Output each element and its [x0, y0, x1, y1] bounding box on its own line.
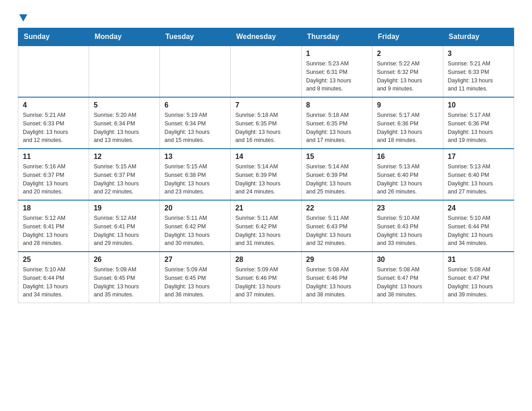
col-sunday: Sunday [18, 28, 89, 46]
calendar-cell: 6Sunrise: 5:19 AM Sunset: 6:34 PM Daylig… [160, 97, 231, 149]
day-info: Sunrise: 5:11 AM Sunset: 6:42 PM Dayligh… [235, 214, 296, 248]
calendar-cell: 7Sunrise: 5:18 AM Sunset: 6:35 PM Daylig… [231, 97, 301, 149]
day-number: 19 [94, 204, 155, 212]
calendar-cell: 22Sunrise: 5:11 AM Sunset: 6:43 PM Dayli… [301, 200, 372, 252]
day-info: Sunrise: 5:11 AM Sunset: 6:43 PM Dayligh… [306, 214, 368, 248]
day-info: Sunrise: 5:17 AM Sunset: 6:36 PM Dayligh… [448, 111, 509, 145]
day-number: 5 [94, 101, 155, 109]
day-info: Sunrise: 5:19 AM Sunset: 6:34 PM Dayligh… [164, 111, 226, 145]
day-info: Sunrise: 5:20 AM Sunset: 6:34 PM Dayligh… [94, 111, 155, 145]
day-number: 1 [306, 50, 368, 58]
day-number: 20 [164, 204, 226, 212]
day-number: 30 [377, 256, 438, 264]
day-number: 18 [23, 204, 84, 212]
day-number: 4 [23, 101, 84, 109]
day-info: Sunrise: 5:21 AM Sunset: 6:33 PM Dayligh… [448, 60, 509, 93]
calendar-week-row: 25Sunrise: 5:10 AM Sunset: 6:44 PM Dayli… [18, 252, 514, 303]
day-info: Sunrise: 5:21 AM Sunset: 6:33 PM Dayligh… [23, 111, 84, 145]
calendar-week-row: 4Sunrise: 5:21 AM Sunset: 6:33 PM Daylig… [18, 97, 514, 149]
day-info: Sunrise: 5:12 AM Sunset: 6:41 PM Dayligh… [23, 214, 84, 248]
calendar-cell [18, 46, 89, 97]
day-info: Sunrise: 5:12 AM Sunset: 6:41 PM Dayligh… [94, 214, 155, 248]
day-info: Sunrise: 5:15 AM Sunset: 6:38 PM Dayligh… [164, 163, 226, 196]
day-info: Sunrise: 5:08 AM Sunset: 6:46 PM Dayligh… [306, 265, 368, 299]
day-number: 10 [448, 101, 509, 109]
calendar-cell [160, 46, 231, 97]
day-info: Sunrise: 5:10 AM Sunset: 6:44 PM Dayligh… [448, 214, 509, 248]
day-number: 21 [235, 204, 296, 212]
day-info: Sunrise: 5:18 AM Sunset: 6:35 PM Dayligh… [306, 111, 368, 145]
calendar-cell: 18Sunrise: 5:12 AM Sunset: 6:41 PM Dayli… [18, 200, 89, 252]
calendar-cell: 23Sunrise: 5:10 AM Sunset: 6:43 PM Dayli… [372, 200, 443, 252]
day-number: 3 [448, 50, 509, 58]
col-saturday: Saturday [443, 28, 514, 46]
day-info: Sunrise: 5:11 AM Sunset: 6:42 PM Dayligh… [164, 214, 226, 248]
day-info: Sunrise: 5:13 AM Sunset: 6:40 PM Dayligh… [377, 163, 438, 196]
calendar-cell: 15Sunrise: 5:14 AM Sunset: 6:39 PM Dayli… [301, 149, 372, 200]
day-info: Sunrise: 5:14 AM Sunset: 6:39 PM Dayligh… [306, 163, 368, 196]
day-info: Sunrise: 5:09 AM Sunset: 6:45 PM Dayligh… [94, 265, 155, 299]
calendar-cell: 16Sunrise: 5:13 AM Sunset: 6:40 PM Dayli… [372, 149, 443, 200]
day-number: 29 [306, 256, 368, 264]
page-header [18, 13, 514, 19]
calendar-cell: 29Sunrise: 5:08 AM Sunset: 6:46 PM Dayli… [301, 252, 372, 303]
calendar-week-row: 11Sunrise: 5:16 AM Sunset: 6:37 PM Dayli… [18, 149, 514, 200]
calendar-cell: 27Sunrise: 5:09 AM Sunset: 6:45 PM Dayli… [160, 252, 231, 303]
day-number: 24 [448, 204, 509, 212]
day-info: Sunrise: 5:09 AM Sunset: 6:46 PM Dayligh… [235, 265, 296, 299]
calendar-cell: 24Sunrise: 5:10 AM Sunset: 6:44 PM Dayli… [443, 200, 514, 252]
day-info: Sunrise: 5:13 AM Sunset: 6:40 PM Dayligh… [448, 163, 509, 196]
calendar-cell: 2Sunrise: 5:22 AM Sunset: 6:32 PM Daylig… [372, 46, 443, 97]
day-number: 28 [235, 256, 296, 264]
day-number: 22 [306, 204, 368, 212]
day-number: 27 [164, 256, 226, 264]
day-number: 25 [23, 256, 84, 264]
calendar-cell: 5Sunrise: 5:20 AM Sunset: 6:34 PM Daylig… [89, 97, 160, 149]
day-number: 16 [377, 153, 438, 161]
day-info: Sunrise: 5:08 AM Sunset: 6:47 PM Dayligh… [377, 265, 438, 299]
calendar-cell: 11Sunrise: 5:16 AM Sunset: 6:37 PM Dayli… [18, 149, 89, 200]
day-number: 7 [235, 101, 296, 109]
calendar-cell [89, 46, 160, 97]
day-info: Sunrise: 5:10 AM Sunset: 6:43 PM Dayligh… [377, 214, 438, 248]
day-info: Sunrise: 5:17 AM Sunset: 6:36 PM Dayligh… [377, 111, 438, 145]
calendar-cell: 12Sunrise: 5:15 AM Sunset: 6:37 PM Dayli… [89, 149, 160, 200]
day-info: Sunrise: 5:08 AM Sunset: 6:47 PM Dayligh… [448, 265, 509, 299]
calendar-cell: 14Sunrise: 5:14 AM Sunset: 6:39 PM Dayli… [231, 149, 301, 200]
calendar-cell: 30Sunrise: 5:08 AM Sunset: 6:47 PM Dayli… [372, 252, 443, 303]
day-info: Sunrise: 5:10 AM Sunset: 6:44 PM Dayligh… [23, 265, 84, 299]
col-tuesday: Tuesday [160, 28, 231, 46]
calendar-cell: 3Sunrise: 5:21 AM Sunset: 6:33 PM Daylig… [443, 46, 514, 97]
day-info: Sunrise: 5:22 AM Sunset: 6:32 PM Dayligh… [377, 60, 438, 93]
calendar-cell: 4Sunrise: 5:21 AM Sunset: 6:33 PM Daylig… [18, 97, 89, 149]
day-number: 15 [306, 153, 368, 161]
day-number: 31 [448, 256, 509, 264]
day-number: 26 [94, 256, 155, 264]
day-info: Sunrise: 5:09 AM Sunset: 6:45 PM Dayligh… [164, 265, 226, 299]
logo-arrow-icon [19, 14, 27, 21]
calendar-cell: 13Sunrise: 5:15 AM Sunset: 6:38 PM Dayli… [160, 149, 231, 200]
day-number: 12 [94, 153, 155, 161]
calendar-cell: 20Sunrise: 5:11 AM Sunset: 6:42 PM Dayli… [160, 200, 231, 252]
calendar-cell: 19Sunrise: 5:12 AM Sunset: 6:41 PM Dayli… [89, 200, 160, 252]
logo [18, 13, 27, 19]
day-info: Sunrise: 5:18 AM Sunset: 6:35 PM Dayligh… [235, 111, 296, 145]
calendar-week-row: 1Sunrise: 5:23 AM Sunset: 6:31 PM Daylig… [18, 46, 514, 97]
calendar-cell: 17Sunrise: 5:13 AM Sunset: 6:40 PM Dayli… [443, 149, 514, 200]
day-number: 13 [164, 153, 226, 161]
col-wednesday: Wednesday [231, 28, 301, 46]
calendar-cell: 28Sunrise: 5:09 AM Sunset: 6:46 PM Dayli… [231, 252, 301, 303]
calendar-cell: 1Sunrise: 5:23 AM Sunset: 6:31 PM Daylig… [301, 46, 372, 97]
calendar-cell [231, 46, 301, 97]
col-thursday: Thursday [301, 28, 372, 46]
day-number: 2 [377, 50, 438, 58]
day-number: 6 [164, 101, 226, 109]
day-info: Sunrise: 5:23 AM Sunset: 6:31 PM Dayligh… [306, 60, 368, 93]
calendar-cell: 31Sunrise: 5:08 AM Sunset: 6:47 PM Dayli… [443, 252, 514, 303]
day-info: Sunrise: 5:14 AM Sunset: 6:39 PM Dayligh… [235, 163, 296, 196]
col-friday: Friday [372, 28, 443, 46]
calendar-cell: 21Sunrise: 5:11 AM Sunset: 6:42 PM Dayli… [231, 200, 301, 252]
day-info: Sunrise: 5:15 AM Sunset: 6:37 PM Dayligh… [94, 163, 155, 196]
calendar-cell: 8Sunrise: 5:18 AM Sunset: 6:35 PM Daylig… [301, 97, 372, 149]
day-number: 9 [377, 101, 438, 109]
